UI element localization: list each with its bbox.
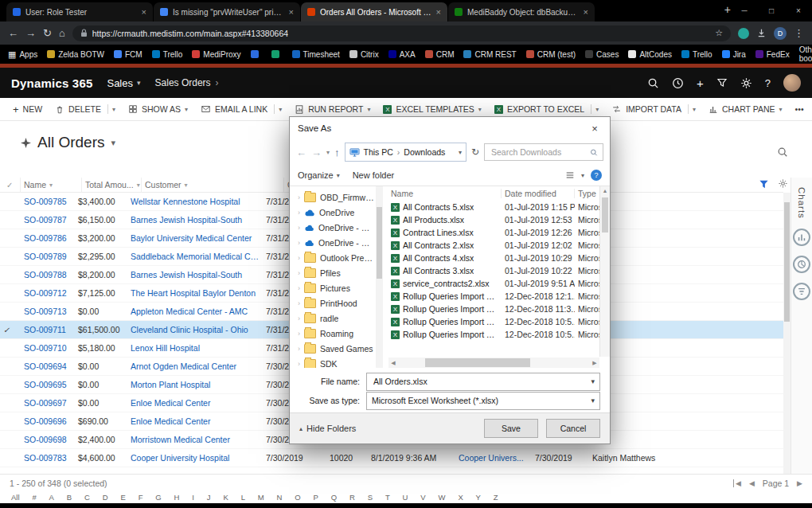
bookmark-item[interactable]: Jira bbox=[722, 50, 746, 59]
alphabet-letter[interactable]: Q bbox=[331, 493, 337, 502]
column-menu-caret-icon[interactable] bbox=[137, 182, 140, 189]
column-header-total-amount[interactable]: Total Amou... bbox=[82, 178, 142, 192]
nav-forward-icon[interactable] bbox=[311, 147, 322, 158]
alphabet-letter[interactable]: U bbox=[403, 493, 408, 502]
new-tab-button[interactable] bbox=[724, 3, 731, 16]
window-close-button[interactable] bbox=[785, 0, 812, 21]
new-folder-button[interactable]: New folder bbox=[353, 170, 395, 180]
order-name-link[interactable]: SO-009785 bbox=[21, 197, 75, 206]
tab-close-icon[interactable] bbox=[436, 7, 441, 17]
settings-gear-icon[interactable] bbox=[740, 77, 752, 89]
area-switcher[interactable]: Sales bbox=[107, 77, 140, 89]
expand-chevron-icon[interactable] bbox=[298, 315, 300, 322]
tree-folder-item[interactable]: OneDrive bbox=[298, 205, 376, 220]
views-icon[interactable] bbox=[565, 170, 575, 180]
order-name-link[interactable]: SO-009694 bbox=[21, 361, 75, 371]
customer-link[interactable]: Barnes Jewish Hospital-South bbox=[127, 215, 263, 225]
expand-chevron-icon[interactable] bbox=[298, 345, 300, 353]
customer-link[interactable]: The Heart Hospital Baylor Denton bbox=[127, 288, 263, 298]
window-minimize-button[interactable] bbox=[731, 0, 758, 21]
select-all-checkbox[interactable] bbox=[0, 178, 21, 192]
alphabet-letter[interactable]: A bbox=[49, 493, 54, 502]
dialog-title-bar[interactable]: Save As bbox=[290, 117, 610, 139]
file-row[interactable]: Rollup Queries Import Template 2 (4).xls… bbox=[388, 290, 610, 303]
nav-up-icon[interactable] bbox=[334, 147, 340, 158]
browser-profile-avatar[interactable]: D bbox=[774, 27, 787, 40]
alphabet-letter[interactable]: Y bbox=[476, 493, 481, 502]
tree-folder-item[interactable]: OneDrive - Me... bbox=[298, 220, 376, 235]
file-row[interactable]: All Contracts 2.xlsx 01-Jul-2019 12:02 .… bbox=[388, 239, 610, 252]
bookmark-item[interactable]: CRM (test) bbox=[526, 50, 576, 59]
window-maximize-button[interactable] bbox=[758, 0, 785, 21]
d365-brand[interactable]: Dynamics 365 bbox=[11, 76, 92, 90]
breadcrumb[interactable]: Sales Orders bbox=[155, 77, 219, 88]
alphabet-letter[interactable]: N bbox=[277, 493, 283, 502]
organize-button[interactable]: Organize bbox=[298, 170, 340, 180]
first-page-icon[interactable] bbox=[733, 479, 741, 487]
nav-back-icon[interactable] bbox=[296, 147, 306, 158]
bar-chart-circle-icon[interactable] bbox=[793, 229, 810, 246]
alphabet-letter[interactable]: J bbox=[207, 493, 211, 502]
tree-folder-item[interactable]: OBD_Firmware bbox=[298, 190, 376, 205]
file-row[interactable]: All Contracts 5.xlsx 01-Jul-2019 1:15 PM… bbox=[388, 201, 610, 213]
potential-customer-link[interactable]: Cooper Univers... bbox=[455, 453, 532, 463]
more-commands-button[interactable]: ••• bbox=[789, 98, 810, 120]
column-menu-caret-icon[interactable] bbox=[185, 182, 188, 189]
page-title[interactable]: All Orders bbox=[21, 134, 115, 151]
order-name-link[interactable]: SO-009698 bbox=[21, 435, 75, 444]
expand-chevron-icon[interactable] bbox=[298, 193, 300, 201]
file-row[interactable]: service_contracts2.xlsx 01-Jul-2019 9:51… bbox=[388, 277, 610, 290]
file-row[interactable]: Rollup Queries Import Template 2 (1).xls… bbox=[388, 328, 610, 341]
column-header-customer[interactable]: Customer bbox=[142, 178, 284, 192]
nav-history-caret-icon[interactable] bbox=[326, 149, 330, 156]
breadcrumb-root[interactable]: This PC bbox=[364, 147, 393, 157]
address-dropdown-caret-icon[interactable] bbox=[459, 149, 462, 156]
help-icon[interactable] bbox=[765, 78, 771, 88]
tree-folder-item[interactable]: OneDrive - Me... bbox=[298, 235, 376, 250]
expand-chevron-icon[interactable] bbox=[298, 330, 300, 338]
scrollbar-thumb[interactable] bbox=[784, 202, 790, 322]
bookmark-item[interactable]: CRM bbox=[425, 50, 455, 59]
customer-link[interactable]: Enloe Medical Center bbox=[127, 416, 263, 426]
alphabet-letter[interactable]: E bbox=[120, 493, 125, 502]
customer-link[interactable]: Morristown Medical Center bbox=[127, 435, 263, 444]
column-menu-caret-icon[interactable] bbox=[49, 182, 53, 189]
alphabet-letter[interactable]: O bbox=[295, 493, 300, 502]
order-name-link[interactable]: SO-009710 bbox=[21, 343, 75, 353]
browser-tab[interactable]: Orders All Orders - Microsoft Dy... bbox=[301, 2, 447, 21]
customer-link[interactable]: Appleton Medical Center - AMC bbox=[127, 307, 263, 316]
omnibox[interactable]: https://crmauth.medistim.com/main.aspx#4… bbox=[72, 25, 731, 41]
grid-search-icon[interactable] bbox=[777, 147, 788, 158]
customer-link[interactable]: Lenox Hill Hospital bbox=[127, 343, 263, 353]
alphabet-letter[interactable]: F bbox=[139, 493, 143, 502]
browser-tab[interactable]: MediBaddy Object: dbBackup_1... bbox=[448, 2, 595, 21]
customer-link[interactable]: Baylor University Medical Center bbox=[127, 233, 263, 243]
alphabet-letter[interactable]: C bbox=[84, 493, 90, 502]
alphabet-letter[interactable]: All bbox=[11, 493, 20, 502]
order-name-link[interactable]: SO-009711 bbox=[21, 325, 75, 334]
file-row[interactable]: Contract Lines.xlsx 01-Jul-2019 12:26 ..… bbox=[388, 226, 610, 239]
browser-tab[interactable]: User: Role Tester bbox=[6, 2, 153, 21]
expand-chevron-icon[interactable] bbox=[298, 299, 300, 307]
import-data-button[interactable]: IMPORT DATA bbox=[605, 98, 702, 120]
recent-clock-icon[interactable] bbox=[672, 77, 684, 89]
show-as-button[interactable]: SHOW AS bbox=[122, 98, 194, 120]
views-caret-icon[interactable] bbox=[581, 172, 584, 179]
bookmark-item[interactable]: Citrix bbox=[349, 50, 379, 59]
bookmark-item[interactable] bbox=[271, 50, 283, 58]
customer-link[interactable]: Cleveland Clinic Hospital - Ohio bbox=[127, 325, 263, 334]
quick-create-plus-icon[interactable] bbox=[697, 77, 704, 89]
file-row[interactable]: All Contracts 4.xlsx 01-Jul-2019 10:29 .… bbox=[388, 252, 610, 264]
file-row[interactable]: Rollup Queries Import Template 2 (3).xls… bbox=[388, 303, 610, 315]
order-name-link[interactable]: SO-009695 bbox=[21, 380, 75, 389]
alphabet-letter[interactable]: R bbox=[349, 493, 355, 502]
pie-chart-circle-icon[interactable] bbox=[793, 256, 810, 273]
file-list-horizontal-scrollbar[interactable]: ◀ ▶ bbox=[388, 358, 599, 368]
dialog-search-box[interactable] bbox=[484, 143, 603, 161]
bookmark-item[interactable]: Cases bbox=[585, 50, 619, 59]
browser-home-button[interactable] bbox=[59, 28, 65, 38]
customer-link[interactable]: Enloe Medical Center bbox=[127, 398, 263, 408]
tree-folder-item[interactable]: radle bbox=[298, 311, 376, 326]
order-name-link[interactable]: SO-009712 bbox=[21, 288, 75, 298]
tree-folder-item[interactable]: PrintHood bbox=[298, 295, 376, 311]
